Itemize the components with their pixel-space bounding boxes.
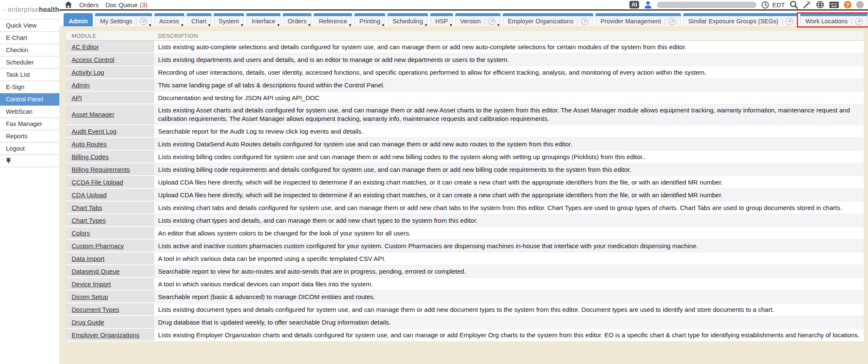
tab-chart[interactable]: Chart xyxy=(186,13,211,26)
sidebar-item-fax-manager[interactable]: Fax Manager xyxy=(0,118,59,130)
tab-admin[interactable]: Admin xyxy=(64,13,93,26)
tab-scheduling[interactable]: Scheduling xyxy=(387,13,428,26)
tab-my-settings[interactable]: My Settings↗ xyxy=(95,13,152,26)
module-cell: API xyxy=(66,92,154,104)
sidebar-item-e-sign[interactable]: E-Sign xyxy=(0,81,59,93)
external-link-icon[interactable]: ↗ xyxy=(581,18,588,25)
module-link-employer-organizations[interactable]: Employer Organizations xyxy=(72,331,139,339)
external-link-icon[interactable]: ↗ xyxy=(669,18,676,25)
sidebar-item-scheduler[interactable]: Scheduler xyxy=(0,56,59,69)
external-link-icon[interactable]: ↗ xyxy=(786,18,793,25)
tab-work-locations[interactable]: Work Locations↗ xyxy=(800,13,868,26)
sidebar-item-webscan[interactable]: WebScan xyxy=(0,106,59,118)
tab-label: Work Locations xyxy=(805,18,848,25)
tab-printing[interactable]: Printing xyxy=(354,13,385,26)
module-link-document-types[interactable]: Document Types xyxy=(72,306,119,313)
module-link-auto-routes[interactable]: Auto Routes xyxy=(72,140,107,148)
tab-orders[interactable]: Orders xyxy=(283,13,312,26)
module-link-device-import[interactable]: Device Import xyxy=(72,280,111,288)
search-icon[interactable] xyxy=(790,0,798,9)
tab-version[interactable]: Version↗ xyxy=(455,13,501,26)
enterprise-health-logo-icon xyxy=(3,3,6,16)
globe-icon[interactable] xyxy=(816,0,824,9)
tab-employer-organizations[interactable]: Employer Organizations↗ xyxy=(503,13,593,26)
tab-strip: AdminMy Settings↗AccessChartSystemInterf… xyxy=(59,12,868,26)
table-row: AdminThis same landing page of all tabs … xyxy=(66,79,864,92)
wand-icon[interactable] xyxy=(803,0,811,9)
clock-icon[interactable] xyxy=(761,1,769,9)
module-link-audit-event-log[interactable]: Audit Event Log xyxy=(72,128,117,135)
module-cell: Drug Guide xyxy=(66,316,154,329)
module-link-admin[interactable]: Admin xyxy=(72,81,90,89)
module-description: A tool in which various data can be impo… xyxy=(154,252,864,265)
tab-corner-mark xyxy=(498,24,499,26)
module-link-ac-editor[interactable]: AC Editor xyxy=(72,43,99,50)
tab-interface[interactable]: Interface xyxy=(246,13,280,26)
module-description: Documentation and testing for JSON API u… xyxy=(154,92,864,104)
module-description: Lists existing billing code requirements… xyxy=(154,163,864,176)
keyboard-icon[interactable] xyxy=(829,1,839,8)
ai-badge[interactable]: AI xyxy=(629,1,639,8)
module-link-api[interactable]: API xyxy=(72,94,82,101)
module-cell: CDA Upload xyxy=(66,189,154,202)
home-icon[interactable] xyxy=(64,1,72,8)
nav-doc-queue[interactable]: Doc Queue(3) xyxy=(106,1,147,8)
module-description: Lists existing chart tabs and details co… xyxy=(154,202,864,214)
table-row: CCDA File UploadUpload CDA files here di… xyxy=(66,176,864,189)
module-link-dicom-setup[interactable]: Dicom Setup xyxy=(72,293,108,300)
tab-label: Printing xyxy=(359,18,380,25)
tab-access[interactable]: Access xyxy=(154,13,184,26)
module-link-access-control[interactable]: Access Control xyxy=(72,56,114,63)
module-cell: Chart Tabs xyxy=(66,202,154,214)
user-icon[interactable] xyxy=(644,0,652,9)
modules-table: MODULE DESCRIPTION AC EditorLists existi… xyxy=(66,31,864,364)
module-cell: Data import xyxy=(66,252,154,265)
sidebar-item-control-panel[interactable]: Control Panel xyxy=(0,93,59,106)
module-link-data-import[interactable]: Data import xyxy=(72,255,105,262)
sidebar-item-reports[interactable]: Reports xyxy=(0,130,59,143)
sidebar-item-e-chart[interactable]: E-Chart xyxy=(0,32,59,44)
module-link-custom-pharmacy[interactable]: Custom Pharmacy xyxy=(72,242,124,249)
tab-label: Version xyxy=(460,18,481,25)
sidebar-item-quick-view[interactable]: Quick View xyxy=(0,20,59,32)
tab-similar-exposure-groups-segs[interactable]: Similar Exposure Groups (SEGs)↗ xyxy=(683,13,798,26)
sidebar: Quick ViewE-ChartCheckinSchedulerTask Li… xyxy=(0,20,59,364)
external-link-icon[interactable]: ↗ xyxy=(488,18,495,25)
module-link-activity-log[interactable]: Activity Log xyxy=(72,69,104,76)
sidebar-item-logout[interactable]: Logout xyxy=(0,143,59,155)
module-link-datasend-queue[interactable]: Datasend Queue xyxy=(72,268,120,275)
module-cell: Dicom Setup xyxy=(66,291,154,303)
module-link-chart-tabs[interactable]: Chart Tabs xyxy=(72,204,102,211)
table-body: AC EditorLists existing auto-complete se… xyxy=(66,41,864,342)
sidebar-item-checkin[interactable]: Checkin xyxy=(0,44,59,56)
help-icon[interactable]: ? xyxy=(844,1,851,8)
module-cell: Device Import xyxy=(66,278,154,291)
tab-provider-management[interactable]: Provider Management↗ xyxy=(595,13,681,26)
module-link-asset-manager[interactable]: Asset Manager xyxy=(72,111,114,118)
module-link-chart-types[interactable]: Chart Types xyxy=(72,217,106,224)
column-header-description: DESCRIPTION xyxy=(154,33,864,39)
module-link-colors[interactable]: Colors xyxy=(72,230,90,237)
external-link-icon[interactable]: ↗ xyxy=(855,18,862,25)
module-link-billing-requirements[interactable]: Billing Requirements xyxy=(72,166,130,173)
tab-cap xyxy=(800,13,868,16)
module-description: An editor that allows system colors to b… xyxy=(154,227,864,240)
module-cell: Auto Routes xyxy=(66,138,154,151)
tab-system[interactable]: System xyxy=(214,13,244,26)
sidebar-pin-toggle[interactable] xyxy=(0,155,59,167)
module-cell: Custom Pharmacy xyxy=(66,240,154,252)
tab-label: Interface xyxy=(251,18,275,25)
module-link-ccda-file-upload[interactable]: CCDA File Upload xyxy=(72,179,123,186)
module-link-drug-guide[interactable]: Drug Guide xyxy=(72,319,104,326)
tab-corner-mark xyxy=(382,24,384,26)
tab-cap xyxy=(455,13,501,16)
tab-reference[interactable]: Reference xyxy=(314,13,352,26)
external-link-icon[interactable]: ↗ xyxy=(140,18,147,25)
nav-orders[interactable]: Orders xyxy=(79,1,99,8)
module-link-billing-codes[interactable]: Billing Codes xyxy=(72,153,109,160)
sidebar-item-task-list[interactable]: Task List xyxy=(0,69,59,81)
tab-hsp[interactable]: HSP xyxy=(430,13,453,26)
module-link-cda-upload[interactable]: CDA Upload xyxy=(72,191,107,199)
tab-cap xyxy=(214,13,244,16)
table-row: Asset ManagerLists existing Asset charts… xyxy=(66,104,864,125)
